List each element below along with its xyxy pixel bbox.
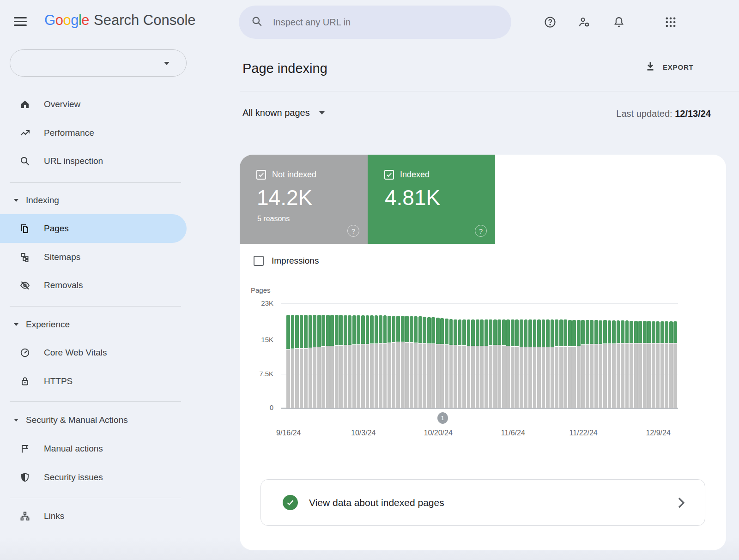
- card-subtext: 5 reasons: [257, 215, 290, 223]
- sidebar-item-overview[interactable]: Overview: [0, 90, 187, 119]
- sidebar-item-links[interactable]: Links: [0, 502, 187, 530]
- performance-icon: [19, 127, 30, 138]
- page-filter-dropdown[interactable]: All known pages: [242, 108, 325, 118]
- bar-segment-indexed: [669, 321, 673, 343]
- home-icon: [19, 99, 30, 110]
- bar-segment-not-indexed: [480, 346, 484, 408]
- bar-segment-not-indexed: [489, 346, 492, 408]
- help-icon[interactable]: ?: [475, 225, 487, 237]
- chart-bar: [581, 320, 585, 408]
- chart-bar: [528, 319, 532, 408]
- bar-segment-not-indexed: [673, 343, 677, 408]
- bar-segment-indexed: [313, 315, 316, 347]
- chart-bar: [344, 315, 347, 408]
- sidebar-item-sitemaps[interactable]: Sitemaps: [0, 243, 187, 271]
- chart-bar: [485, 319, 488, 408]
- bar-segment-not-indexed: [594, 344, 598, 408]
- chart-bar: [630, 321, 633, 408]
- chart-bar: [414, 316, 418, 408]
- bar-segment-indexed: [563, 319, 567, 346]
- lock-icon: [19, 376, 30, 387]
- bar-segment-indexed: [480, 319, 484, 346]
- chart-bar: [506, 319, 510, 408]
- download-icon: [644, 60, 656, 74]
- chart-bar: [357, 315, 360, 408]
- chart-bar: [418, 316, 422, 408]
- bar-segment-not-indexed: [555, 347, 558, 408]
- sidebar-item-url-inspection[interactable]: URL inspection: [0, 147, 187, 175]
- sidebar-item-pages[interactable]: Pages: [0, 214, 187, 243]
- chart-bar: [471, 319, 475, 408]
- search-icon: [251, 15, 263, 29]
- sidebar-item-performance[interactable]: Performance: [0, 119, 187, 147]
- chart-bar: [568, 320, 572, 408]
- sidebar-item-security-issues[interactable]: Security issues: [0, 463, 187, 492]
- sidebar-item-label: Removals: [44, 280, 83, 290]
- apps-grid-icon[interactable]: [664, 16, 677, 29]
- checkbox-checked-icon[interactable]: [384, 170, 394, 180]
- bar-segment-indexed: [392, 316, 396, 342]
- bar-segment-not-indexed: [647, 343, 651, 408]
- checkbox-checked-icon[interactable]: [256, 170, 266, 180]
- bar-segment-not-indexed: [401, 342, 405, 408]
- bar-segment-indexed: [344, 315, 347, 345]
- bar-segment-indexed: [375, 315, 378, 343]
- bar-segment-not-indexed: [291, 349, 295, 408]
- chart-bar: [375, 315, 378, 408]
- chart-bar: [537, 319, 541, 408]
- help-icon[interactable]: [544, 16, 557, 29]
- eye-off-icon: [19, 280, 30, 291]
- checkbox-unchecked-icon[interactable]: [254, 256, 264, 266]
- sidebar-item-label: Pages: [44, 223, 69, 234]
- sidebar-item-removals[interactable]: Removals: [0, 271, 187, 300]
- chart-bar: [665, 321, 668, 408]
- chart-annotation-marker[interactable]: 1: [437, 412, 448, 424]
- sidebar-item-core-web-vitals[interactable]: Core Web Vitals: [0, 338, 187, 367]
- menu-icon[interactable]: [14, 15, 27, 27]
- sidebar-item-manual-actions[interactable]: Manual actions: [0, 434, 187, 463]
- help-icon[interactable]: ?: [347, 225, 359, 237]
- not-indexed-card[interactable]: Not indexed 14.2K 5 reasons ?: [240, 155, 368, 244]
- chart-bars: [286, 303, 678, 408]
- sidebar-section-experience[interactable]: Experience: [0, 314, 187, 335]
- impressions-toggle[interactable]: Impressions: [254, 256, 319, 266]
- indexed-card[interactable]: Indexed 4.81K ?: [368, 155, 495, 244]
- chart-bar: [634, 321, 638, 408]
- bar-segment-not-indexed: [638, 343, 642, 408]
- property-selector[interactable]: [10, 49, 187, 77]
- chart-bar: [533, 319, 537, 408]
- bar-segment-indexed: [489, 319, 492, 345]
- search-input[interactable]: [273, 17, 499, 28]
- x-tick-label: 11/6/24: [501, 429, 525, 437]
- chart-bar: [309, 315, 312, 408]
- export-button[interactable]: EXPORT: [644, 60, 693, 74]
- logo-letter: G: [44, 12, 55, 28]
- view-indexed-data-link[interactable]: View data about indexed pages: [260, 479, 705, 526]
- chart-bar: [427, 317, 431, 408]
- sidebar-section-indexing[interactable]: Indexing: [0, 190, 187, 211]
- x-tick-label: 10/20/24: [424, 429, 453, 437]
- sitemaps-icon: [19, 252, 30, 263]
- bar-segment-not-indexed: [317, 347, 321, 408]
- chart-bar: [326, 315, 330, 408]
- user-settings-icon[interactable]: [578, 16, 591, 29]
- bar-segment-not-indexed: [572, 347, 576, 408]
- logo-letter: o: [63, 12, 71, 28]
- bar-segment-indexed: [656, 321, 660, 343]
- sidebar-section-security[interactable]: Security & Manual Actions: [0, 409, 187, 431]
- chart-bar: [603, 320, 607, 408]
- sidebar-item-https[interactable]: HTTPS: [0, 367, 187, 396]
- bar-segment-indexed: [335, 315, 339, 345]
- bar-segment-indexed: [476, 319, 479, 346]
- url-inspection-search-bar[interactable]: [239, 6, 511, 39]
- sidebar-item-label: Performance: [44, 128, 94, 138]
- bar-segment-indexed: [291, 315, 295, 349]
- chart-bar: [621, 320, 624, 408]
- chart-bar: [396, 316, 400, 408]
- bar-segment-not-indexed: [511, 347, 515, 408]
- notifications-icon[interactable]: [612, 16, 625, 29]
- chart-bar: [291, 315, 295, 408]
- bar-segment-indexed: [330, 315, 334, 346]
- chart-bar: [502, 319, 506, 408]
- sidebar-item-label: Security issues: [44, 472, 103, 482]
